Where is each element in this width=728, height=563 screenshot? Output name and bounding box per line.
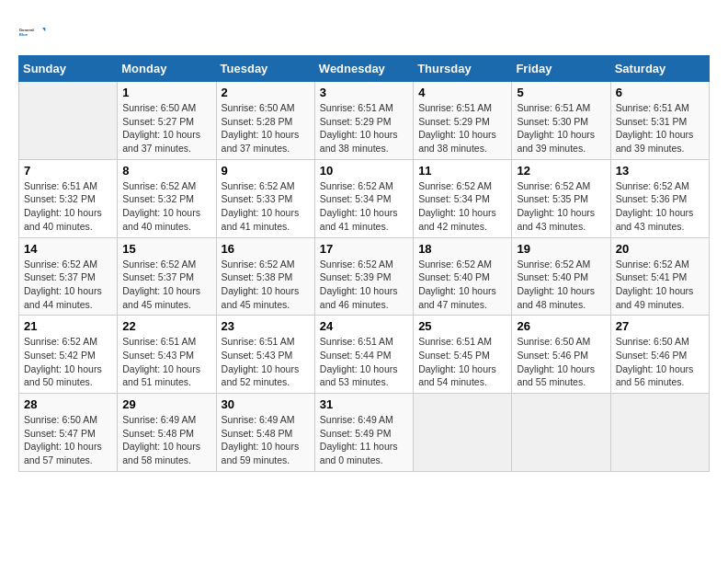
cell-text: Daylight: 10 hours bbox=[418, 128, 506, 142]
cell-text: Daylight: 10 hours bbox=[24, 440, 112, 454]
calendar-cell: 3Sunrise: 6:51 AMSunset: 5:29 PMDaylight… bbox=[314, 82, 413, 160]
cell-text: Sunset: 5:39 PM bbox=[320, 270, 408, 284]
cell-text: and 51 minutes. bbox=[122, 375, 210, 389]
calendar-cell: 24Sunrise: 6:51 AMSunset: 5:44 PMDayligh… bbox=[314, 316, 413, 394]
calendar-cell: 19Sunrise: 6:52 AMSunset: 5:40 PMDayligh… bbox=[512, 237, 610, 316]
cell-text: Sunset: 5:27 PM bbox=[122, 115, 210, 129]
day-number: 30 bbox=[222, 397, 310, 411]
header-day: Wednesday bbox=[314, 56, 413, 82]
cell-text: Sunrise: 6:51 AM bbox=[222, 335, 310, 349]
cell-text: and 48 minutes. bbox=[517, 298, 605, 312]
cell-text: Sunset: 5:30 PM bbox=[517, 115, 605, 129]
cell-text: Daylight: 10 hours bbox=[418, 362, 506, 376]
calendar-cell: 10Sunrise: 6:52 AMSunset: 5:34 PMDayligh… bbox=[314, 159, 413, 237]
calendar-body: 1Sunrise: 6:50 AMSunset: 5:27 PMDaylight… bbox=[19, 82, 710, 472]
calendar-cell: 17Sunrise: 6:52 AMSunset: 5:39 PMDayligh… bbox=[314, 237, 413, 316]
day-number: 18 bbox=[418, 242, 506, 256]
calendar-cell: 6Sunrise: 6:51 AMSunset: 5:31 PMDaylight… bbox=[610, 82, 709, 160]
cell-text: Sunrise: 6:52 AM bbox=[122, 258, 210, 271]
cell-text: Daylight: 10 hours bbox=[122, 440, 210, 454]
cell-text: and 39 minutes. bbox=[616, 142, 704, 155]
cell-text: and 57 minutes. bbox=[24, 454, 112, 467]
day-number: 7 bbox=[24, 164, 112, 178]
day-number: 14 bbox=[24, 242, 112, 256]
cell-text: Sunset: 5:29 PM bbox=[320, 115, 408, 129]
cell-text: Daylight: 10 hours bbox=[24, 206, 112, 220]
header-day: Sunday bbox=[19, 56, 118, 82]
header-day: Tuesday bbox=[216, 56, 314, 82]
day-number: 31 bbox=[320, 397, 408, 411]
cell-text: and 53 minutes. bbox=[320, 375, 408, 389]
cell-text: Daylight: 10 hours bbox=[222, 362, 310, 376]
cell-text: Sunset: 5:33 PM bbox=[222, 192, 310, 206]
calendar-cell: 4Sunrise: 6:51 AMSunset: 5:29 PMDaylight… bbox=[414, 82, 512, 160]
cell-text: Sunset: 5:41 PM bbox=[616, 270, 704, 284]
cell-text: Daylight: 10 hours bbox=[24, 284, 112, 298]
calendar-cell: 8Sunrise: 6:52 AMSunset: 5:32 PMDaylight… bbox=[118, 159, 216, 237]
cell-text: and 47 minutes. bbox=[418, 298, 506, 312]
day-number: 2 bbox=[222, 86, 310, 99]
cell-text: Sunrise: 6:50 AM bbox=[616, 335, 704, 349]
cell-text: Daylight: 10 hours bbox=[122, 128, 210, 142]
day-number: 27 bbox=[616, 319, 704, 333]
cell-text: and 59 minutes. bbox=[222, 454, 310, 467]
cell-text: Sunrise: 6:52 AM bbox=[122, 179, 210, 193]
cell-text: and 49 minutes. bbox=[616, 298, 704, 312]
day-number: 13 bbox=[616, 164, 704, 178]
calendar-cell: 30Sunrise: 6:49 AMSunset: 5:48 PMDayligh… bbox=[216, 394, 314, 472]
cell-text: and 37 minutes. bbox=[222, 142, 310, 155]
calendar-cell bbox=[19, 82, 118, 160]
calendar-cell: 2Sunrise: 6:50 AMSunset: 5:28 PMDaylight… bbox=[216, 82, 314, 160]
cell-text: Sunrise: 6:51 AM bbox=[122, 335, 210, 349]
calendar-cell: 12Sunrise: 6:52 AMSunset: 5:35 PMDayligh… bbox=[512, 159, 610, 237]
cell-text: Daylight: 10 hours bbox=[616, 284, 704, 298]
cell-text: Daylight: 10 hours bbox=[517, 128, 605, 142]
day-number: 1 bbox=[122, 86, 210, 99]
calendar-cell: 25Sunrise: 6:51 AMSunset: 5:45 PMDayligh… bbox=[414, 316, 512, 394]
day-number: 16 bbox=[222, 242, 310, 256]
day-number: 11 bbox=[418, 164, 506, 178]
day-number: 4 bbox=[418, 86, 506, 99]
cell-text: Sunset: 5:37 PM bbox=[122, 270, 210, 284]
cell-text: Sunset: 5:40 PM bbox=[418, 270, 506, 284]
cell-text: Sunrise: 6:49 AM bbox=[320, 413, 408, 427]
calendar-week: 21Sunrise: 6:52 AMSunset: 5:42 PMDayligh… bbox=[19, 316, 710, 394]
cell-text: Sunset: 5:35 PM bbox=[517, 192, 605, 206]
cell-text: Sunset: 5:36 PM bbox=[616, 192, 704, 206]
cell-text: Daylight: 10 hours bbox=[616, 206, 704, 220]
cell-text: Daylight: 10 hours bbox=[122, 284, 210, 298]
cell-text: Daylight: 10 hours bbox=[222, 128, 310, 142]
header-row: SundayMondayTuesdayWednesdayThursdayFrid… bbox=[19, 56, 710, 82]
cell-text: Sunrise: 6:51 AM bbox=[517, 101, 605, 115]
cell-text: Sunrise: 6:50 AM bbox=[517, 335, 605, 349]
cell-text: Sunset: 5:42 PM bbox=[24, 349, 112, 362]
cell-text: Sunrise: 6:52 AM bbox=[418, 258, 506, 271]
calendar-table: SundayMondayTuesdayWednesdayThursdayFrid… bbox=[18, 55, 710, 472]
calendar-week: 1Sunrise: 6:50 AMSunset: 5:27 PMDaylight… bbox=[19, 82, 710, 160]
calendar-cell: 13Sunrise: 6:52 AMSunset: 5:36 PMDayligh… bbox=[610, 159, 709, 237]
day-number: 26 bbox=[517, 319, 605, 333]
cell-text: Daylight: 11 hours bbox=[320, 440, 408, 454]
cell-text: Sunrise: 6:52 AM bbox=[517, 258, 605, 271]
cell-text: and 44 minutes. bbox=[24, 298, 112, 312]
calendar-cell bbox=[610, 394, 709, 472]
cell-text: Daylight: 10 hours bbox=[517, 284, 605, 298]
cell-text: Sunrise: 6:52 AM bbox=[616, 179, 704, 193]
calendar-cell: 9Sunrise: 6:52 AMSunset: 5:33 PMDaylight… bbox=[216, 159, 314, 237]
cell-text: Sunset: 5:46 PM bbox=[517, 349, 605, 362]
cell-text: Sunrise: 6:52 AM bbox=[320, 258, 408, 271]
cell-text: Sunrise: 6:51 AM bbox=[320, 335, 408, 349]
cell-text: and 41 minutes. bbox=[320, 220, 408, 234]
cell-text: Sunset: 5:32 PM bbox=[122, 192, 210, 206]
cell-text: Sunset: 5:40 PM bbox=[517, 270, 605, 284]
calendar-cell: 7Sunrise: 6:51 AMSunset: 5:32 PMDaylight… bbox=[19, 159, 118, 237]
logo-icon: General Blue bbox=[18, 18, 46, 46]
calendar-cell: 27Sunrise: 6:50 AMSunset: 5:46 PMDayligh… bbox=[610, 316, 709, 394]
cell-text: Daylight: 10 hours bbox=[122, 206, 210, 220]
day-number: 28 bbox=[24, 397, 112, 411]
calendar-cell: 20Sunrise: 6:52 AMSunset: 5:41 PMDayligh… bbox=[610, 237, 709, 316]
calendar-cell: 28Sunrise: 6:50 AMSunset: 5:47 PMDayligh… bbox=[19, 394, 118, 472]
cell-text: Sunset: 5:31 PM bbox=[616, 115, 704, 129]
cell-text: Daylight: 10 hours bbox=[320, 128, 408, 142]
cell-text: Sunset: 5:48 PM bbox=[222, 427, 310, 441]
